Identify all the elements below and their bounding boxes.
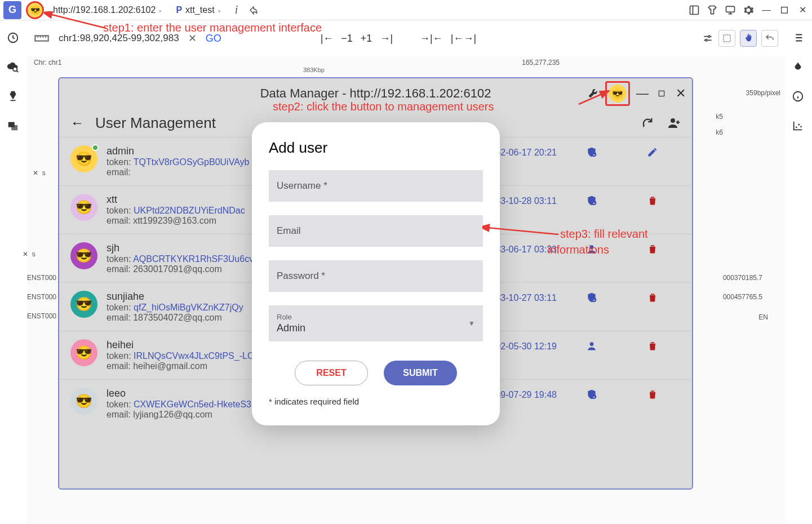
svg-point-13 — [705, 39, 707, 41]
avatar: 😎 — [70, 291, 97, 318]
track-enst-c: 000457765.5 — [723, 293, 762, 301]
annotation-step2: step2: click the button to management us… — [273, 100, 494, 113]
zoom-out-button[interactable]: −1 — [341, 33, 353, 45]
svg-point-8 — [796, 126, 797, 128]
svg-rect-6 — [11, 125, 17, 130]
project-prefix: P — [176, 5, 182, 15]
role-icon — [586, 389, 597, 400]
delete-icon[interactable] — [647, 389, 658, 400]
add-user-icon[interactable] — [667, 116, 681, 130]
jump-start-icon[interactable]: |← — [321, 33, 334, 45]
shirt-icon[interactable] — [706, 4, 718, 16]
svg-rect-2 — [782, 7, 788, 13]
submit-button[interactable]: SUBMIT — [384, 361, 457, 385]
select-tool[interactable] — [718, 30, 735, 47]
gear-icon[interactable] — [742, 4, 755, 16]
layers-icon[interactable] — [7, 119, 20, 133]
expand-icon[interactable]: |←→| — [451, 33, 476, 45]
chromosome-label: Chr: chr1 — [34, 59, 61, 66]
svg-point-23 — [592, 297, 596, 302]
role-icon — [586, 340, 597, 352]
top-toolbar: G http://192.168.1.202:6102 ⌄ P xtt_test… — [0, 0, 812, 20]
collapse-icon[interactable]: →|← — [420, 33, 443, 45]
layout-icon[interactable] — [688, 4, 700, 16]
info-circle-icon[interactable] — [792, 90, 805, 104]
right-sidebar — [785, 20, 812, 524]
dm-title: Data Manager - http://192.168.1.202:6102 — [260, 86, 491, 101]
highlight-icon[interactable] — [7, 90, 20, 104]
zoom-in-button[interactable]: +1 — [361, 33, 372, 45]
monitor-icon[interactable] — [724, 4, 736, 16]
dm-minimize-icon[interactable]: — — [636, 87, 649, 100]
delete-icon[interactable] — [647, 292, 658, 303]
jump-end-icon[interactable]: →| — [380, 33, 393, 45]
drop-icon[interactable] — [792, 61, 805, 74]
svg-point-10 — [800, 126, 802, 127]
svg-rect-0 — [690, 6, 699, 14]
settings-sliders-icon[interactable] — [702, 32, 714, 45]
back-arrow-icon[interactable]: ← — [70, 115, 84, 131]
track-en: EN — [758, 313, 768, 321]
delete-icon[interactable] — [647, 195, 658, 206]
left-sidebar — [0, 20, 27, 524]
role-icon — [586, 292, 597, 303]
minimize-icon[interactable]: — — [760, 4, 773, 16]
required-note: * indicates required field — [269, 397, 483, 406]
avatar: 😎 — [70, 194, 97, 221]
svg-point-4 — [13, 67, 17, 71]
dialog-title: Add user — [269, 139, 483, 157]
password-field[interactable]: Password * — [269, 260, 483, 292]
role-value: Admin — [277, 322, 305, 334]
role-label: Role — [277, 313, 292, 321]
user-avatar-button[interactable] — [26, 1, 44, 19]
track-enst-a: ENST000 — [27, 274, 56, 282]
svg-line-15 — [50, 14, 106, 28]
avatar: 😎 — [70, 388, 97, 415]
undo-button[interactable] — [761, 30, 778, 47]
add-user-dialog: Add user Username * Email Password * Rol… — [252, 122, 500, 425]
reset-button[interactable]: RESET — [295, 361, 368, 385]
list-icon[interactable] — [792, 32, 805, 45]
project-dropdown[interactable]: P xtt_test ⌄ — [171, 3, 225, 17]
coordinate-label: 165,277,235 — [522, 59, 560, 66]
role-icon — [586, 146, 597, 158]
app-logo[interactable]: G — [3, 1, 21, 19]
password-label: Password * — [277, 270, 325, 282]
refresh-icon[interactable] — [641, 116, 654, 130]
avatar: 😎 — [70, 242, 97, 269]
close-icon[interactable]: ✕ — [796, 4, 809, 16]
edit-icon[interactable] — [647, 146, 658, 158]
svg-line-17 — [487, 228, 558, 234]
history-icon[interactable] — [7, 32, 20, 45]
email-label: Email — [277, 225, 301, 237]
svg-point-9 — [798, 124, 800, 126]
role-select[interactable]: Role Admin ▼ — [269, 305, 483, 341]
svg-rect-18 — [659, 91, 664, 96]
share-icon[interactable] — [247, 4, 260, 16]
svg-rect-14 — [724, 35, 730, 42]
cloud-search-icon[interactable] — [7, 61, 20, 74]
chevron-down-icon: ⌄ — [158, 7, 162, 13]
delete-icon[interactable] — [647, 243, 658, 255]
track-k5: k5 — [716, 113, 723, 121]
avatar: 😎 — [70, 339, 97, 366]
annotation-step1: step1: enter the user management interfa… — [103, 21, 322, 34]
email-field[interactable]: Email — [269, 215, 483, 247]
dm-close-icon[interactable]: ✕ — [674, 87, 687, 100]
bp-per-pixel: 359bp/pixel — [746, 89, 780, 97]
track-enst-b: 000370185.7 — [723, 274, 762, 282]
delete-icon[interactable] — [647, 340, 658, 352]
maximize-icon[interactable] — [778, 4, 791, 16]
pan-tool[interactable] — [740, 30, 757, 47]
svg-point-19 — [671, 118, 675, 123]
dm-section-title: User Management — [95, 114, 216, 132]
track-k6: k6 — [716, 128, 723, 136]
username-label: Username * — [277, 180, 327, 192]
kbp-label: 383Kbp — [303, 66, 325, 73]
username-field[interactable]: Username * — [269, 170, 483, 202]
scatter-icon[interactable] — [792, 119, 805, 133]
svg-point-12 — [708, 35, 710, 37]
chevron-down-icon: ▼ — [468, 319, 475, 327]
dm-maximize-icon[interactable] — [655, 87, 668, 100]
info-icon[interactable]: i — [230, 4, 243, 16]
